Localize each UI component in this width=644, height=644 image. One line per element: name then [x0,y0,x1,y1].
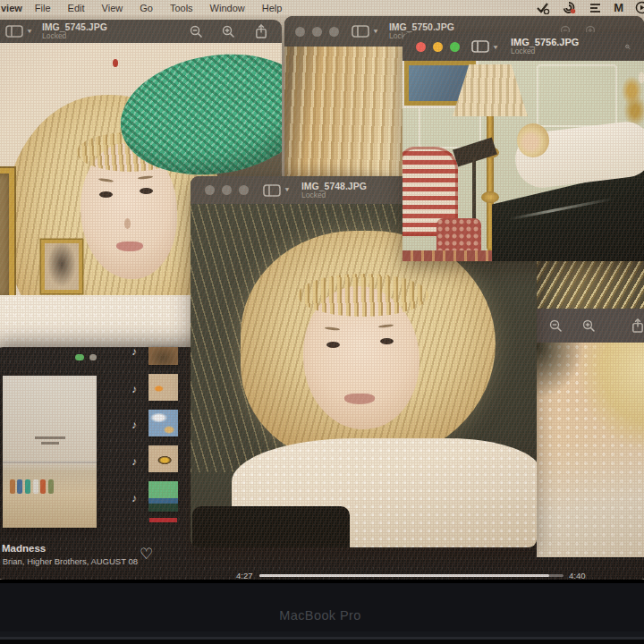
preview-window-bottom-right[interactable] [537,261,644,557]
lock-status: Locked [42,32,107,40]
traffic-lights[interactable] [205,185,249,195]
menu-go[interactable]: Go [140,3,153,13]
sidebar-toggle[interactable]: ▼ [471,40,499,53]
list-lines-icon[interactable] [589,2,602,14]
album-art-head-in-the-clouds[interactable] [3,376,97,528]
menu-bar: view File Edit View Go Tools Window Help… [0,0,644,15]
toolbar-bottom-right[interactable] [537,309,644,343]
zoom-in-icon[interactable] [582,319,596,333]
photo-gold-sconce [619,64,644,131]
heart-like-icon[interactable]: ♡ [140,545,153,564]
chevron-down-icon: ▼ [492,43,499,49]
minimize-button[interactable] [222,185,232,195]
photo-fringe [298,274,428,317]
wall-molding [537,64,617,127]
swirl-badge-icon[interactable] [562,1,577,14]
share-icon[interactable] [255,24,267,38]
menu-edit[interactable]: Edit [68,3,85,13]
menu-status-icons: M [536,0,644,15]
queue-thumbnail[interactable] [148,481,178,512]
photo-eye [99,191,113,198]
check-pen-icon[interactable] [536,2,550,14]
music-note-icon: ♪ [131,419,137,431]
play-circle-icon[interactable] [635,1,644,14]
album-title-text-line [35,436,65,439]
zoom-button[interactable] [329,27,339,37]
queue-thumbnail[interactable] [148,445,178,472]
music-note-icon: ♪ [131,492,137,504]
chevron-down-icon: ▼ [284,187,291,193]
menu-view[interactable]: View [102,3,123,13]
menu-file[interactable]: File [35,3,51,13]
zoom-button[interactable] [239,185,249,195]
window-title-group: IMG_5748.JPG Locked [301,182,367,199]
album-figure [33,479,38,494]
photo-lips [116,242,143,251]
green-status-icon [75,354,84,360]
music-note-icon: ♪ [131,455,137,468]
minimize-button[interactable] [433,42,443,52]
photo-gold-frame [0,168,14,302]
music-note-icon: ♪ [131,345,137,358]
album-figure [48,479,54,494]
lock-status: Locked [511,47,579,55]
track-artists: ch Brian, Higher Brothers, AUGUST 08 [0,556,138,566]
m-logo-icon[interactable]: M [614,1,623,14]
photo-eye [380,338,394,344]
titlebar-img5756[interactable]: ▼ IMG_5756.JPG Locked [402,32,644,61]
zoom-out-icon[interactable] [549,319,563,333]
photo-nose [124,218,131,229]
album-horizon-line [3,462,97,463]
queue-thumbnail[interactable] [148,410,178,436]
queue-thumbnail[interactable] [148,374,178,401]
sidebar-icon [352,25,369,38]
macbook-pro-label: MacBook Pro [0,608,644,623]
chevron-down-icon: ▼ [26,28,33,34]
album-subtitle-text-line [41,442,59,445]
sidebar-toggle[interactable]: ▼ [263,184,291,197]
minimize-button[interactable] [312,27,322,37]
sidebar-toggle[interactable]: ▼ [5,25,33,38]
share-icon[interactable] [631,318,644,333]
window-title-group: IMG_5756.JPG Locked [511,38,579,55]
photo-lamp-knob [481,191,499,203]
window-title: IMG_5748.JPG [301,182,367,191]
lock-status: Locked [301,191,367,199]
album-figure [17,479,22,494]
traffic-lights[interactable] [295,27,339,37]
zoom-button[interactable] [450,42,460,52]
menu-tools[interactable]: Tools [170,3,193,13]
progress-fill [259,574,549,577]
chevron-down-icon: ▼ [372,28,379,34]
window-title-group: IMG_5745.JPG Locked [42,22,107,40]
preview-window-img5756[interactable]: ▼ IMG_5756.JPG Locked [402,32,644,261]
laptop-base [0,640,644,644]
album-figure [10,479,15,494]
close-button[interactable] [205,185,215,195]
music-note-icon: ♪ [131,383,137,395]
queue-red-badge [149,518,177,522]
close-button[interactable] [295,27,305,37]
sidebar-toggle[interactable]: ▼ [352,25,379,38]
photo-eye [140,188,153,194]
queue-thumbnail[interactable] [148,347,178,365]
sidebar-icon [263,184,281,197]
menu-window[interactable]: Window [210,3,245,13]
photo-img5756-room-scene [402,61,644,261]
zoom-in-icon[interactable] [222,25,235,38]
progress-track[interactable] [259,574,564,577]
album-figure [40,479,46,494]
album-figure [25,479,30,494]
titlebar-img5745[interactable]: ▼ IMG_5745.JPG Locked [0,20,282,43]
menu-app-name[interactable]: view [1,3,22,13]
menu-help[interactable]: Help [262,3,283,13]
zoom-out-icon[interactable] [625,40,631,54]
traffic-lights[interactable] [416,42,460,52]
close-button[interactable] [416,42,426,52]
zoom-out-icon[interactable] [190,25,203,38]
sidebar-icon [5,25,23,38]
laptop-bezel: MacBook Pro [0,580,644,644]
photo-black-region [192,506,350,547]
photo-person-head [517,123,549,157]
album-sand [3,492,97,528]
